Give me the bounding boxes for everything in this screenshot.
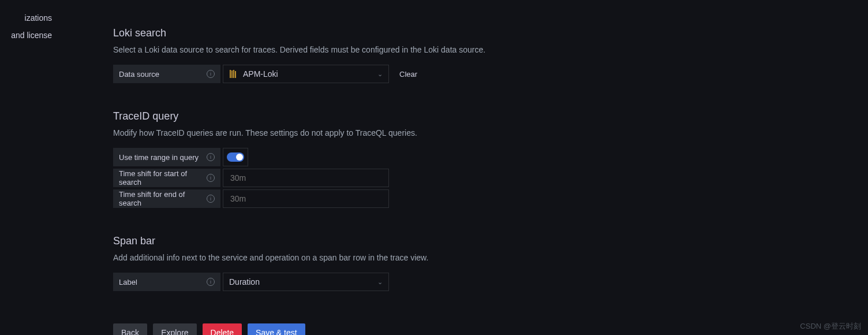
info-icon[interactable]: i bbox=[207, 153, 215, 161]
info-icon[interactable]: i bbox=[207, 195, 215, 203]
delete-button[interactable]: Delete bbox=[203, 323, 242, 335]
time-shift-start-label: Time shift for start of search i bbox=[113, 169, 220, 187]
loki-icon bbox=[229, 70, 237, 78]
loki-search-title: Loki search bbox=[113, 27, 868, 39]
back-button[interactable]: Back bbox=[113, 323, 147, 335]
sidebar-item-organizations[interactable]: izations bbox=[0, 9, 52, 27]
traceid-query-description: Modify how TraceID queries are run. Thes… bbox=[113, 128, 868, 137]
info-icon[interactable]: i bbox=[207, 174, 215, 182]
sidebar: izations and license bbox=[0, 0, 52, 335]
use-time-range-label: Use time range in query i bbox=[113, 148, 220, 166]
sidebar-item-stats-license[interactable]: and license bbox=[0, 27, 52, 44]
info-icon[interactable]: i bbox=[207, 70, 215, 78]
use-time-range-toggle-container bbox=[223, 148, 248, 166]
loki-search-description: Select a Loki data source to search for … bbox=[113, 45, 868, 54]
data-source-select[interactable]: APM-Loki ⌄ bbox=[223, 65, 389, 83]
time-shift-end-input[interactable] bbox=[223, 189, 389, 208]
main-content: Loki search Select a Loki data source to… bbox=[52, 0, 868, 335]
time-shift-end-label: Time shift for end of search i bbox=[113, 189, 220, 208]
watermark: CSDN @登云时刻 bbox=[800, 321, 861, 332]
save-test-button[interactable]: Save & test bbox=[248, 323, 305, 335]
span-bar-label-label: Label i bbox=[113, 273, 220, 291]
chevron-down-icon: ⌄ bbox=[377, 278, 383, 286]
span-bar-description: Add additional info next to the service … bbox=[113, 253, 868, 262]
data-source-label: Data source i bbox=[113, 65, 220, 83]
traceid-query-title: TraceID query bbox=[113, 110, 868, 122]
info-icon[interactable]: i bbox=[207, 278, 215, 286]
time-shift-start-input[interactable] bbox=[223, 169, 389, 187]
data-source-value: APM-Loki bbox=[243, 69, 278, 79]
action-buttons: Back Explore Delete Save & test bbox=[113, 323, 868, 335]
use-time-range-toggle[interactable] bbox=[227, 152, 244, 162]
explore-button[interactable]: Explore bbox=[153, 323, 196, 335]
chevron-down-icon: ⌄ bbox=[377, 70, 383, 78]
clear-button[interactable]: Clear bbox=[392, 65, 424, 83]
span-bar-label-select[interactable]: Duration ⌄ bbox=[223, 273, 389, 291]
span-bar-label-value: Duration bbox=[229, 277, 260, 286]
span-bar-title: Span bar bbox=[113, 235, 868, 247]
